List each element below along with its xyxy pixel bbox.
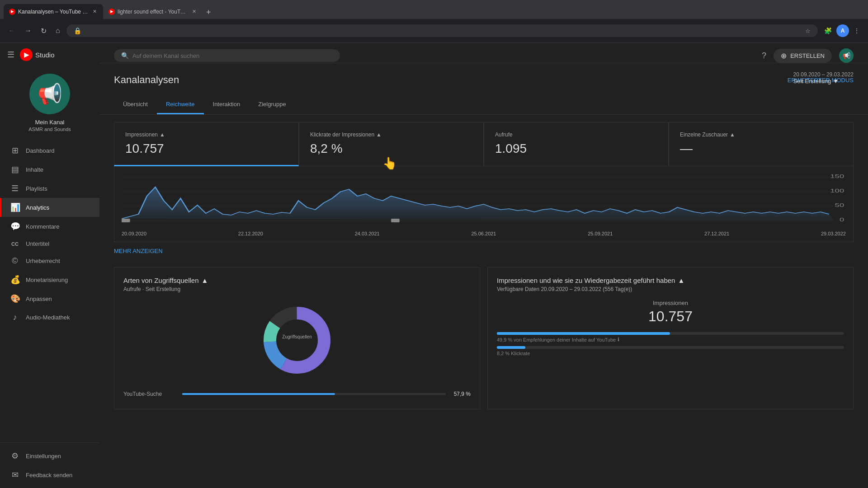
date-range-text: 20.09.2020 – 29.03.2022 [793, 71, 854, 78]
date-label-2: 24.03.2021 [355, 231, 380, 236]
new-tab-button[interactable]: + [203, 6, 215, 19]
home-button[interactable]: ⌂ [53, 24, 63, 38]
impressionen-bar1-info-icon[interactable]: ℹ [618, 337, 619, 343]
studio-logo[interactable]: ▶ Studio [20, 48, 55, 61]
chart-dates: 20.09.2020 22.12.2020 24.03.2021 25.06.2… [122, 229, 846, 238]
date-range-current[interactable]: Seit Erstellung ▼ [793, 78, 854, 84]
search-bar[interactable]: 🔍 [114, 49, 340, 62]
zugriffsquellen-info-icon[interactable]: ▲ [202, 277, 208, 284]
hamburger-menu-icon[interactable]: ☰ [7, 50, 14, 60]
tab-ubersicht[interactable]: Übersicht [114, 95, 157, 114]
main-content: 🔍 ? ⊕ ERSTELLEN 📢 Kanalanalysen ERWEITER… [99, 43, 868, 488]
stats-row: Impressionen ▲ 10.757 Klickrate der Impr… [99, 122, 868, 166]
tab-interaktion[interactable]: Interaktion [204, 95, 250, 114]
svg-text:0: 0 [840, 217, 844, 222]
tab-youtube[interactable]: ▶ lighter sound effect - YouTube ✕ [103, 4, 203, 19]
tab-youtube-close[interactable]: ✕ [191, 8, 197, 15]
zuschauer-label: Einzelne Zuschauer ▲ [680, 131, 842, 138]
date-label-6: 29.03.2022 [821, 231, 846, 236]
nav-items: ⊞ Dashboard ▤ Inhalte ☰ Playlists 📊 Anal… [0, 141, 99, 442]
impressionen-bar2-bg [497, 346, 844, 349]
profile-button[interactable]: A [836, 24, 849, 37]
address-input[interactable]: https://studio.youtube.com/channel/UCvw-… [85, 28, 802, 34]
stat-card-zuschauer[interactable]: Einzelne Zuschauer ▲ — [669, 122, 854, 166]
sidebar-item-feedback[interactable]: ✉ Feedback senden [0, 465, 99, 484]
create-button[interactable]: ⊕ ERSTELLEN [774, 49, 832, 63]
impressionen-info-icon[interactable]: ▲ [160, 131, 165, 138]
date-label-0: 20.09.2020 [122, 231, 146, 236]
sidebar-item-monetarisierung[interactable]: 💰 Monetarisierung [0, 270, 99, 289]
analytics-chart: 150 100 50 0 [122, 174, 846, 228]
sidebar-item-inhalte[interactable]: ▤ Inhalte [0, 160, 99, 179]
sidebar-item-inhalte-label: Inhalte [26, 166, 43, 173]
channel-subtitle: ASMR and Sounds [28, 127, 71, 132]
stat-card-impressionen[interactable]: Impressionen ▲ 10.757 [114, 122, 299, 166]
youtube-suche-bar-bg [182, 393, 446, 395]
youtube-suche-label: YouTube-Suche [123, 391, 178, 397]
klickrate-label: Klickrate der Impressionen ▲ [310, 131, 472, 138]
date-label-1: 22.12.2020 [238, 231, 263, 236]
star-icon[interactable]: ☆ [805, 28, 811, 34]
sidebar-item-monetarisierung-label: Monetarisierung [26, 277, 68, 283]
zugriffsquellen-card: Arten von Zugriffsquellen ▲ Aufrufe · Se… [114, 267, 480, 409]
tab-bar: ▶ Kanalanalysen – YouTube Studio ✕ ▶ lig… [0, 0, 868, 19]
channel-avatar[interactable]: 📢 [29, 74, 70, 114]
sidebar-header: ☰ ▶ Studio [0, 43, 99, 66]
create-label: ERSTELLEN [790, 52, 825, 59]
sidebar: ☰ ▶ Studio 📢 Mein Kanal ASMR and Sounds … [0, 43, 99, 488]
feedback-icon: ✉ [10, 470, 19, 480]
sidebar-item-urheberrecht[interactable]: © Urheberrecht [0, 252, 99, 270]
sidebar-item-anpassen[interactable]: 🎨 Anpassen [0, 289, 99, 308]
tab-studio-title: Kanalanalysen – YouTube Studio [18, 9, 89, 15]
date-label-3: 25.06.2021 [471, 231, 496, 236]
impressionen-card-info-icon[interactable]: ▲ [678, 277, 684, 284]
svg-rect-9 [391, 219, 400, 222]
impressionen-total-label: Impressionen [497, 300, 844, 306]
chart-area: 150 100 50 0 [114, 166, 854, 242]
sidebar-item-playlists[interactable]: ☰ Playlists [0, 179, 99, 198]
inhalte-icon: ▤ [10, 164, 19, 174]
impressionen-value: 10.757 [125, 141, 288, 156]
impressionen-total: Impressionen 10.757 [497, 300, 844, 325]
donut-chart-container: Zugriffsquellen [123, 300, 471, 381]
search-icon: 🔍 [121, 52, 129, 59]
sidebar-item-audio[interactable]: ♪ Audio-Mediathek [0, 308, 99, 327]
sidebar-item-kommentare[interactable]: 💬 Kommentare [0, 217, 99, 236]
sidebar-item-dashboard[interactable]: ⊞ Dashboard [0, 141, 99, 160]
aufrufe-label: Aufrufe [495, 131, 657, 138]
untertitel-icon: CC [10, 241, 19, 247]
sidebar-item-playlists-label: Playlists [26, 185, 47, 192]
klickrate-info-icon[interactable]: ▲ [376, 131, 382, 138]
app-container: ☰ ▶ Studio 📢 Mein Kanal ASMR and Sounds … [0, 43, 868, 488]
address-bar-container[interactable]: 🔒 https://studio.youtube.com/channel/UCv… [66, 24, 818, 37]
date-label-4: 25.09.2021 [588, 231, 613, 236]
tab-studio[interactable]: ▶ Kanalanalysen – YouTube Studio ✕ [4, 4, 103, 19]
tab-studio-close[interactable]: ✕ [92, 8, 98, 15]
mehr-anzeigen-button[interactable]: MEHR ANZEIGEN [99, 242, 177, 260]
extensions-button[interactable]: 🧩 [821, 24, 835, 37]
zuschauer-info-icon[interactable]: ▲ [730, 131, 735, 138]
sidebar-item-analytics[interactable]: 📊 Analytics [0, 198, 99, 217]
analytics-tabs: Übersicht Reichweite Interaktion Zielgru… [99, 95, 868, 115]
stat-card-klickrate[interactable]: Klickrate der Impressionen ▲ 8,2 % 👆 [299, 122, 484, 166]
back-button[interactable]: ← [5, 24, 18, 38]
sidebar-item-analytics-label: Analytics [26, 204, 49, 211]
svg-text:Zugriffsquellen: Zugriffsquellen [282, 334, 311, 339]
menu-dots-button[interactable]: ⋮ [851, 24, 863, 37]
user-avatar-icon: 📢 [843, 52, 850, 59]
help-button[interactable]: ? [762, 51, 766, 61]
user-avatar[interactable]: 📢 [839, 48, 854, 63]
sidebar-item-untertitel[interactable]: CC Untertitel [0, 236, 99, 252]
forward-button[interactable]: → [22, 24, 34, 38]
sidebar-item-einstellungen[interactable]: ⚙ Einstellungen [0, 446, 99, 465]
tab-reichweite[interactable]: Reichweite [157, 95, 204, 114]
search-input[interactable] [132, 52, 333, 59]
browser-chrome: ▶ Kanalanalysen – YouTube Studio ✕ ▶ lig… [0, 0, 868, 43]
dropdown-arrow-icon: ▼ [833, 78, 839, 84]
tab-zielgruppe[interactable]: Zielgruppe [249, 95, 295, 114]
youtube-suche-bar-fill [182, 393, 335, 395]
sidebar-item-anpassen-label: Anpassen [26, 296, 52, 302]
svg-text:100: 100 [830, 188, 844, 193]
stat-card-aufrufe[interactable]: Aufrufe 1.095 [484, 122, 669, 166]
reload-button[interactable]: ↻ [38, 24, 49, 38]
